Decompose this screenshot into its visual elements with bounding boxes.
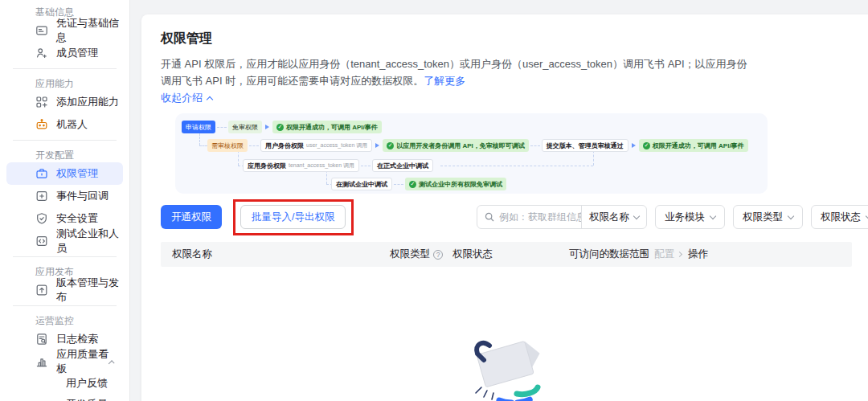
- batch-import-export-button[interactable]: 批量导入/导出权限: [240, 205, 346, 229]
- flow-node-apply[interactable]: 申请权限: [182, 121, 215, 133]
- help-icon[interactable]: ?: [433, 250, 443, 260]
- robot-icon: [35, 118, 48, 131]
- sidebar-item-label: 添加应用能力: [56, 95, 119, 109]
- flow-arrow-icon: [265, 125, 269, 129]
- sidebar-item-add-capability[interactable]: 添加应用能力: [6, 91, 123, 113]
- bar-chart-icon: [35, 355, 48, 368]
- sidebar-item-version-release[interactable]: 版本管理与发布: [6, 279, 123, 301]
- column-permission-name: 权限名称: [161, 248, 390, 261]
- flow-node-no-review: 免审权限: [228, 121, 262, 133]
- search-icon: [484, 211, 495, 223]
- flow-node-dev-debug: ✓以应用开发者身份调用 API，免审核即可调试: [383, 139, 529, 152]
- sidebar-divider: [13, 68, 117, 69]
- sidebar-subitem-label: 用户反馈: [66, 376, 108, 391]
- filter-business-module[interactable]: 业务模块: [655, 205, 725, 229]
- flow-node-user-permission: 用户身份权限user_access_token 调用: [260, 139, 372, 152]
- sidebar-item-label: 应用质量看板: [56, 347, 109, 376]
- check-icon: ✓: [387, 142, 394, 149]
- flow-node-success: ✓权限开通成功，可调用 API/事件: [272, 121, 382, 133]
- chevron-down-icon: [633, 212, 640, 219]
- empty-box-illustration: [457, 334, 555, 401]
- page-description-line2: 调用飞书 API 时，应用可能还需要申请对应的数据权限。了解更多: [161, 72, 868, 89]
- sidebar-item-label: 日志检索: [56, 332, 98, 346]
- sidebar-item-label: 事件与回调: [56, 189, 108, 203]
- check-icon: ✓: [409, 181, 416, 188]
- flow-connector: [199, 133, 200, 145]
- sidebar-divider: [13, 256, 117, 257]
- sidebar-item-bot[interactable]: 机器人: [6, 113, 123, 136]
- search-box: 权限名称: [477, 205, 647, 229]
- main-panel: 权限管理 开通 API 权限后，应用才能以应用身份（tenant_access_…: [141, 14, 868, 401]
- filter-permission-status[interactable]: 权限状态: [811, 205, 868, 229]
- column-permission-status: 权限状态: [452, 248, 569, 261]
- flow-node-submit-review: 提交版本、管理员审核通过: [542, 139, 628, 152]
- sidebar-divider: [13, 140, 117, 141]
- flow-node-test-debug: 在测试企业中调试: [331, 178, 392, 190]
- flow-connector: [199, 145, 207, 146]
- flow-node-tenant-permission: 应用身份权限tenant_access_token 调用: [243, 159, 359, 172]
- sidebar-subitem-label: 开发质量: [66, 397, 108, 401]
- check-icon: ✓: [643, 142, 650, 149]
- toolbar: 开通权限 批量导入/导出权限 权限名称 业务模块 权限类型: [161, 204, 868, 230]
- flow-node-review-required: 需审核权限: [207, 139, 248, 152]
- table-header: 权限名称 权限类型 ? 权限状态 可访问的数据范围 配置 操作: [161, 242, 852, 267]
- column-action: 操作: [688, 248, 852, 261]
- flow-connector: [440, 166, 593, 166]
- column-data-scope: 可访问的数据范围 配置: [569, 248, 688, 261]
- search-type-select[interactable]: 权限名称: [582, 211, 646, 224]
- sidebar-item-label: 安全设置: [56, 211, 98, 226]
- release-up-icon: [35, 284, 48, 297]
- learn-more-link[interactable]: 了解更多: [424, 75, 465, 87]
- sidebar-item-quality-dashboard[interactable]: 应用质量看板: [6, 350, 123, 373]
- sidebar-item-permissions[interactable]: 权限管理: [6, 162, 123, 185]
- collapse-intro-link[interactable]: 收起介绍: [161, 91, 212, 105]
- sidebar-item-events[interactable]: 事件与回调: [6, 185, 123, 207]
- chevron-down-icon: [788, 212, 794, 219]
- sidebar-item-label: 测试企业和人员: [56, 227, 123, 256]
- check-icon: ✓: [276, 124, 284, 131]
- sidebar-divider: [13, 305, 117, 306]
- apps-grid-icon: [35, 96, 48, 108]
- permission-flow-diagram: 申请权限 免审权限 ✓权限开通成功，可调用 API/事件 需审核权限 用户身份权…: [175, 113, 768, 194]
- sidebar-subitem-dev-quality[interactable]: 开发质量: [6, 394, 123, 401]
- sidebar-group-dev-config: 开发配置: [0, 145, 129, 162]
- chevron-up-icon: [207, 96, 213, 102]
- search-input[interactable]: [499, 211, 581, 223]
- shield-check-icon: [35, 212, 48, 225]
- chevron-down-icon: [710, 212, 716, 219]
- page-description-line1: 开通 API 权限后，应用才能以应用身份（tenant_access_token…: [161, 55, 868, 72]
- sidebar-item-label: 机器人: [56, 117, 88, 132]
- log-search-icon: [35, 333, 48, 346]
- page-title: 权限管理: [161, 31, 868, 47]
- sidebar-item-label: 凭证与基础信息: [56, 16, 123, 45]
- sidebar-item-label: 版本管理与发布: [56, 276, 123, 305]
- flow-node-success2: ✓权限开通成功，可调用 API/事件: [639, 139, 748, 152]
- sidebar-item-label: 成员管理: [56, 46, 98, 60]
- code-box-icon: [35, 235, 48, 248]
- column-permission-type: 权限类型 ?: [390, 248, 452, 261]
- flow-node-formal-debug: 在正式企业中调试: [372, 159, 433, 172]
- scope-config-link[interactable]: 配置: [654, 248, 682, 261]
- event-callback-icon: [35, 190, 48, 203]
- member-add-icon: [35, 47, 48, 59]
- flow-node-test-free: ✓测试企业中所有权限免审调试: [405, 178, 506, 190]
- sidebar-group-app-capability: 应用能力: [0, 73, 129, 91]
- briefcase-icon: [35, 167, 48, 180]
- id-card-icon: [35, 24, 48, 37]
- filter-permission-type[interactable]: 权限类型: [733, 205, 803, 229]
- empty-state: 暂未开通任何权限去开通权限: [161, 334, 852, 401]
- sidebar-group-ops-monitor: 运营监控: [0, 310, 129, 328]
- flow-arrow-icon: [375, 143, 379, 148]
- open-permission-button[interactable]: 开通权限: [161, 205, 222, 229]
- sidebar-item-test-company[interactable]: 测试企业和人员: [6, 230, 123, 252]
- sidebar-item-label: 权限管理: [56, 166, 98, 181]
- flow-arrow-icon: [632, 143, 636, 148]
- sidebar-item-credentials[interactable]: 凭证与基础信息: [6, 19, 123, 42]
- sidebar: 基础信息 凭证与基础信息 成员管理 应用能力 添加应用能力 机器人 开发配置 权…: [0, 0, 130, 401]
- sidebar-item-members[interactable]: 成员管理: [6, 42, 123, 64]
- chevron-right-icon: [677, 252, 682, 257]
